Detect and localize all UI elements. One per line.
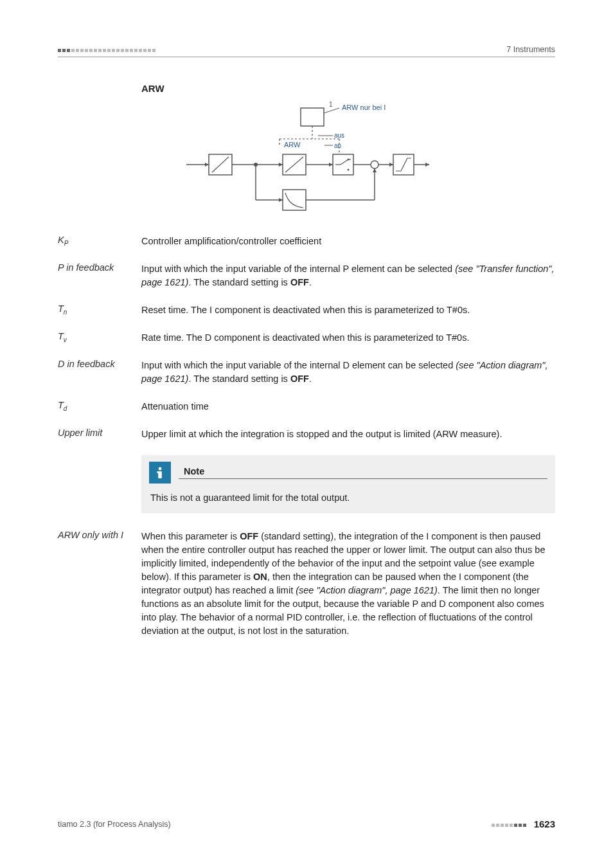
param-row-tn: Tn Reset time. The I component is deacti… [58,303,555,317]
note-body: This is not a guaranteed limit for the t… [149,493,547,503]
svg-line-13 [285,157,303,172]
svg-point-20 [348,169,350,171]
diagram-arw-label: ARW [284,141,301,149]
param-body: Upper limit at which the integration is … [141,428,555,441]
svg-marker-1 [205,163,209,167]
note-box: Note This is not a guaranteed limit for … [141,455,555,513]
param-body: Input with which the input variable of t… [141,262,555,289]
svg-rect-32 [301,108,324,126]
param-label: D in feedback [58,359,141,386]
svg-marker-28 [425,163,429,167]
info-icon [149,462,171,484]
svg-marker-25 [389,163,393,167]
param-label: P in feedback [58,262,141,289]
svg-line-18 [341,159,348,165]
svg-line-39 [324,108,339,113]
svg-rect-26 [393,154,414,175]
svg-text:1: 1 [329,101,333,108]
param-row-tv: Tv Rate time. The D component is deactiv… [58,331,555,345]
footer-ornament [492,820,528,829]
param-label: KP [58,235,141,248]
param-row-upper-limit: Upper limit Upper limit at which the int… [58,428,555,441]
page-footer: tiamo 2.3 (for Process Analysis) 1623 [58,818,555,829]
svg-point-41 [159,467,162,471]
diagram-an-label: an [334,142,341,149]
param-label: Td [58,400,141,413]
diagram-top-label: ARW nur bei I [342,104,386,111]
param-body: Rate time. The D component is deactivate… [141,331,555,345]
page-header: 7 Instruments [58,45,555,57]
section-heading: ARW [141,83,555,94]
header-ornament-left [58,45,157,54]
page-number: 1623 [534,818,555,829]
param-label: ARW only with I [58,530,141,638]
svg-marker-8 [279,198,283,202]
chapter-label: 7 Instruments [506,45,555,54]
param-row-td: Td Attenuation time [58,400,555,413]
param-body: Attenuation time [141,400,555,413]
param-label: Upper limit [58,428,141,441]
svg-line-3 [212,157,229,172]
param-row-kp: KP Controller amplification/controller c… [58,235,555,248]
param-row-arw-only-with-i: ARW only with I When this parameter is O… [58,530,555,638]
svg-rect-43 [157,471,159,473]
note-title: Note [179,466,547,479]
param-body: Controller amplification/controller coef… [141,235,555,248]
param-row-p-in-feedback: P in feedback Input with which the input… [58,262,555,289]
param-body: Input with which the input variable of t… [141,359,555,386]
param-body: Reset time. The I component is deactivat… [141,303,555,317]
svg-rect-9 [283,190,306,210]
diagram-aus-label: aus [334,132,344,139]
param-label: Tn [58,303,141,317]
param-label: Tv [58,331,141,345]
svg-marker-15 [329,163,333,167]
arw-diagram: ARW aus an ARW nur bei I 1 [186,100,555,215]
param-row-d-in-feedback: D in feedback Input with which the input… [58,359,555,386]
footer-left: tiamo 2.3 (for Process Analysis) [58,820,171,829]
svg-marker-31 [373,168,377,172]
svg-point-23 [371,161,378,168]
svg-marker-11 [279,163,283,167]
param-body: When this parameter is OFF (standard set… [141,530,555,638]
